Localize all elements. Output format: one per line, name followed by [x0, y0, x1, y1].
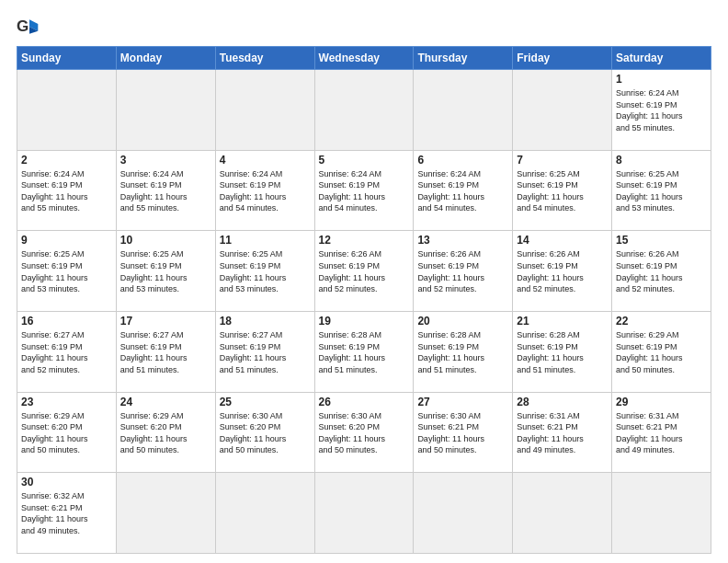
calendar-day-cell	[215, 473, 314, 554]
day-info: Sunrise: 6:26 AM Sunset: 6:19 PM Dayligh…	[616, 248, 707, 294]
day-info: Sunrise: 6:30 AM Sunset: 6:21 PM Dayligh…	[417, 410, 508, 456]
day-info: Sunrise: 6:29 AM Sunset: 6:19 PM Dayligh…	[616, 329, 707, 375]
day-info: Sunrise: 6:28 AM Sunset: 6:19 PM Dayligh…	[319, 329, 410, 375]
day-info: Sunrise: 6:24 AM Sunset: 6:19 PM Dayligh…	[220, 168, 311, 214]
calendar-day-cell: 3Sunrise: 6:24 AM Sunset: 6:19 PM Daylig…	[116, 150, 215, 231]
calendar-day-cell	[414, 70, 513, 151]
weekday-header-friday: Friday	[513, 47, 612, 70]
weekday-header-row: SundayMondayTuesdayWednesdayThursdayFrid…	[17, 47, 711, 70]
calendar-day-cell: 14Sunrise: 6:26 AM Sunset: 6:19 PM Dayli…	[513, 231, 612, 312]
day-number: 15	[616, 234, 707, 247]
day-info: Sunrise: 6:26 AM Sunset: 6:19 PM Dayligh…	[417, 248, 508, 294]
day-info: Sunrise: 6:24 AM Sunset: 6:19 PM Dayligh…	[616, 87, 707, 133]
calendar-week-row: 16Sunrise: 6:27 AM Sunset: 6:19 PM Dayli…	[17, 311, 711, 392]
calendar-day-cell: 10Sunrise: 6:25 AM Sunset: 6:19 PM Dayli…	[116, 231, 215, 312]
calendar-day-cell: 18Sunrise: 6:27 AM Sunset: 6:19 PM Dayli…	[215, 311, 314, 392]
calendar-day-cell: 15Sunrise: 6:26 AM Sunset: 6:19 PM Dayli…	[612, 231, 711, 312]
day-number: 8	[616, 154, 707, 167]
day-info: Sunrise: 6:29 AM Sunset: 6:20 PM Dayligh…	[21, 410, 112, 456]
day-info: Sunrise: 6:30 AM Sunset: 6:20 PM Dayligh…	[319, 410, 410, 456]
day-info: Sunrise: 6:24 AM Sunset: 6:19 PM Dayligh…	[120, 168, 211, 214]
calendar-table: SundayMondayTuesdayWednesdayThursdayFrid…	[17, 46, 711, 554]
day-info: Sunrise: 6:27 AM Sunset: 6:19 PM Dayligh…	[220, 329, 311, 375]
day-number: 7	[517, 154, 608, 167]
day-info: Sunrise: 6:31 AM Sunset: 6:21 PM Dayligh…	[616, 410, 707, 456]
calendar-day-cell: 26Sunrise: 6:30 AM Sunset: 6:20 PM Dayli…	[314, 392, 414, 473]
day-number: 21	[517, 315, 608, 327]
calendar-day-cell: 28Sunrise: 6:31 AM Sunset: 6:21 PM Dayli…	[513, 392, 612, 473]
calendar-day-cell	[513, 70, 612, 151]
calendar-day-cell: 12Sunrise: 6:26 AM Sunset: 6:19 PM Dayli…	[314, 231, 414, 312]
calendar-day-cell: 20Sunrise: 6:28 AM Sunset: 6:19 PM Dayli…	[414, 311, 513, 392]
svg-text:G: G	[17, 17, 28, 35]
day-info: Sunrise: 6:29 AM Sunset: 6:20 PM Dayligh…	[120, 410, 211, 456]
day-number: 24	[120, 396, 211, 408]
day-number: 29	[616, 396, 707, 408]
calendar-day-cell: 8Sunrise: 6:25 AM Sunset: 6:19 PM Daylig…	[612, 150, 711, 231]
day-number: 28	[517, 396, 608, 408]
calendar-day-cell: 22Sunrise: 6:29 AM Sunset: 6:19 PM Dayli…	[612, 311, 711, 392]
day-number: 26	[319, 396, 410, 408]
calendar-day-cell	[612, 473, 711, 554]
day-number: 14	[517, 234, 608, 247]
calendar-day-cell	[215, 70, 314, 151]
calendar-day-cell: 13Sunrise: 6:26 AM Sunset: 6:19 PM Dayli…	[414, 231, 513, 312]
calendar-page: G SundayMondayTuesdayWednesdayThursdayFr…	[0, 0, 728, 563]
day-info: Sunrise: 6:28 AM Sunset: 6:19 PM Dayligh…	[417, 329, 508, 375]
day-info: Sunrise: 6:27 AM Sunset: 6:19 PM Dayligh…	[120, 329, 211, 375]
calendar-day-cell: 21Sunrise: 6:28 AM Sunset: 6:19 PM Dayli…	[513, 311, 612, 392]
calendar-day-cell: 5Sunrise: 6:24 AM Sunset: 6:19 PM Daylig…	[314, 150, 414, 231]
day-number: 17	[120, 315, 211, 327]
calendar-day-cell	[513, 473, 612, 554]
day-info: Sunrise: 6:24 AM Sunset: 6:19 PM Dayligh…	[319, 168, 410, 214]
day-number: 12	[319, 234, 410, 247]
calendar-day-cell: 25Sunrise: 6:30 AM Sunset: 6:20 PM Dayli…	[215, 392, 314, 473]
calendar-day-cell: 2Sunrise: 6:24 AM Sunset: 6:19 PM Daylig…	[17, 150, 117, 231]
calendar-day-cell: 1Sunrise: 6:24 AM Sunset: 6:19 PM Daylig…	[612, 70, 711, 151]
calendar-week-row: 1Sunrise: 6:24 AM Sunset: 6:19 PM Daylig…	[17, 70, 711, 151]
calendar-day-cell: 7Sunrise: 6:25 AM Sunset: 6:19 PM Daylig…	[513, 150, 612, 231]
day-info: Sunrise: 6:31 AM Sunset: 6:21 PM Dayligh…	[517, 410, 608, 456]
weekday-header-saturday: Saturday	[612, 47, 711, 70]
calendar-day-cell: 24Sunrise: 6:29 AM Sunset: 6:20 PM Dayli…	[116, 392, 215, 473]
day-number: 30	[21, 476, 112, 488]
day-number: 4	[220, 154, 311, 167]
calendar-day-cell	[116, 70, 215, 151]
calendar-day-cell: 30Sunrise: 6:32 AM Sunset: 6:21 PM Dayli…	[17, 473, 117, 554]
calendar-day-cell: 11Sunrise: 6:25 AM Sunset: 6:19 PM Dayli…	[215, 231, 314, 312]
calendar-week-row: 23Sunrise: 6:29 AM Sunset: 6:20 PM Dayli…	[17, 392, 711, 473]
day-info: Sunrise: 6:25 AM Sunset: 6:19 PM Dayligh…	[517, 168, 608, 214]
day-number: 23	[21, 396, 112, 408]
day-info: Sunrise: 6:27 AM Sunset: 6:19 PM Dayligh…	[21, 329, 112, 375]
day-number: 13	[417, 234, 508, 247]
day-info: Sunrise: 6:26 AM Sunset: 6:19 PM Dayligh…	[517, 248, 608, 294]
day-number: 2	[21, 154, 112, 167]
calendar-day-cell: 23Sunrise: 6:29 AM Sunset: 6:20 PM Dayli…	[17, 392, 117, 473]
calendar-day-cell: 29Sunrise: 6:31 AM Sunset: 6:21 PM Dayli…	[612, 392, 711, 473]
day-number: 11	[220, 234, 311, 247]
weekday-header-thursday: Thursday	[414, 47, 513, 70]
calendar-day-cell	[414, 473, 513, 554]
calendar-day-cell	[17, 70, 117, 151]
day-number: 6	[417, 154, 508, 167]
day-info: Sunrise: 6:32 AM Sunset: 6:21 PM Dayligh…	[21, 490, 112, 536]
logo-icon: G	[17, 17, 42, 37]
day-info: Sunrise: 6:24 AM Sunset: 6:19 PM Dayligh…	[21, 168, 112, 214]
calendar-day-cell: 4Sunrise: 6:24 AM Sunset: 6:19 PM Daylig…	[215, 150, 314, 231]
day-number: 16	[21, 315, 112, 327]
weekday-header-sunday: Sunday	[17, 47, 117, 70]
day-number: 5	[319, 154, 410, 167]
day-number: 18	[220, 315, 311, 327]
day-info: Sunrise: 6:30 AM Sunset: 6:20 PM Dayligh…	[220, 410, 311, 456]
day-info: Sunrise: 6:28 AM Sunset: 6:19 PM Dayligh…	[517, 329, 608, 375]
day-info: Sunrise: 6:26 AM Sunset: 6:19 PM Dayligh…	[319, 248, 410, 294]
calendar-day-cell: 27Sunrise: 6:30 AM Sunset: 6:21 PM Dayli…	[414, 392, 513, 473]
calendar-day-cell: 19Sunrise: 6:28 AM Sunset: 6:19 PM Dayli…	[314, 311, 414, 392]
day-info: Sunrise: 6:24 AM Sunset: 6:19 PM Dayligh…	[417, 168, 508, 214]
calendar-day-cell	[314, 70, 414, 151]
day-info: Sunrise: 6:25 AM Sunset: 6:19 PM Dayligh…	[220, 248, 311, 294]
day-info: Sunrise: 6:25 AM Sunset: 6:19 PM Dayligh…	[616, 168, 707, 214]
weekday-header-wednesday: Wednesday	[314, 47, 414, 70]
day-number: 22	[616, 315, 707, 327]
logo: G	[17, 17, 46, 37]
